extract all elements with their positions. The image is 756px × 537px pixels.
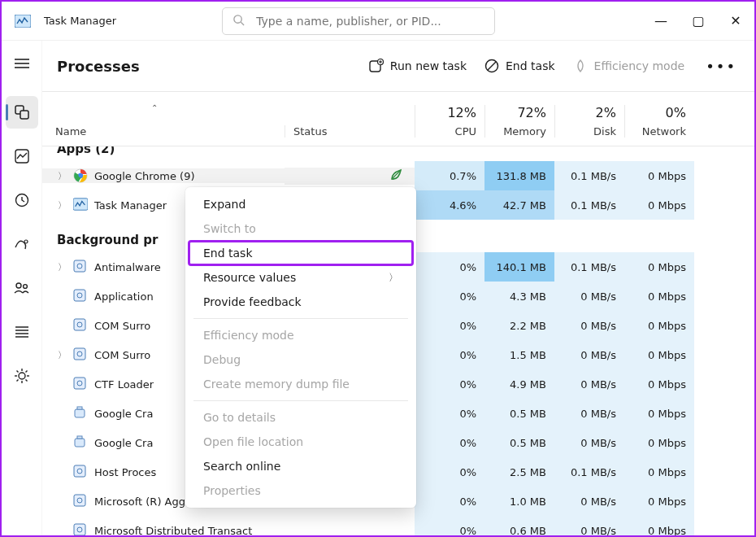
disk-cell: 0 MB/s xyxy=(554,282,624,311)
disk-cell: 0.1 MB/s xyxy=(554,457,624,487)
app-title: Task Manager xyxy=(44,15,116,27)
memory-pct: 72% xyxy=(517,105,546,120)
memory-cell: 131.8 MB xyxy=(484,161,554,190)
ctx-switch-to[interactable]: Switch to xyxy=(189,216,413,241)
process-name: COM Surro xyxy=(94,349,150,361)
expand-icon[interactable]: 〉 xyxy=(57,261,67,273)
ctx-create-dump[interactable]: Create memory dump file xyxy=(189,372,413,396)
run-new-task-button[interactable]: Run new task xyxy=(369,59,467,73)
ctx-end-task[interactable]: End task xyxy=(189,241,413,265)
close-button[interactable]: ✕ xyxy=(717,2,754,41)
generic-process-icon xyxy=(73,260,88,274)
page-header: Processes Run new task End task Efficien… xyxy=(42,41,754,91)
ctx-expand[interactable]: Expand xyxy=(189,192,413,216)
minimize-button[interactable]: — xyxy=(642,2,680,41)
chevron-right-icon: 〉 xyxy=(389,271,398,285)
more-button[interactable]: ••• xyxy=(702,58,740,75)
memory-cell: 2.2 MB xyxy=(484,311,554,340)
cpu-cell: 0% xyxy=(415,428,484,457)
context-menu: Expand Switch to End task Resource value… xyxy=(185,187,416,508)
nav-services[interactable] xyxy=(6,360,38,392)
svg-rect-53 xyxy=(74,524,85,535)
crash-icon xyxy=(73,406,88,421)
disk-cell: 0 MB/s xyxy=(554,428,624,457)
disk-pct: 2% xyxy=(596,105,616,120)
column-memory[interactable]: 72% Memory xyxy=(484,105,554,138)
cpu-cell: 0% xyxy=(415,457,484,487)
process-name: CTF Loader xyxy=(94,378,154,391)
generic-process-icon xyxy=(73,465,88,479)
memory-cell: 0.5 MB xyxy=(484,399,554,428)
table-row[interactable]: 〉 Google Chrome (9) 0.7% 131.8 MB 0.1 MB… xyxy=(42,161,754,190)
ctx-resource-values[interactable]: Resource values 〉 xyxy=(189,265,413,290)
ctx-efficiency-mode[interactable]: Efficiency mode xyxy=(189,323,413,347)
cpu-cell: 0% xyxy=(415,399,484,428)
svg-point-11 xyxy=(16,283,21,288)
network-cell: 0 Mbps xyxy=(624,457,694,487)
nav-app-history[interactable] xyxy=(6,184,38,216)
nav-performance[interactable] xyxy=(6,140,38,172)
memory-cell: 0.5 MB xyxy=(484,428,554,457)
process-name: Google Cra xyxy=(94,437,153,449)
svg-line-31 xyxy=(488,62,496,70)
svg-rect-37 xyxy=(74,290,85,301)
window-controls: — ▢ ✕ xyxy=(642,2,754,41)
column-name[interactable]: ⌃ Name xyxy=(42,103,285,138)
ctx-properties[interactable]: Properties xyxy=(189,478,413,503)
network-cell: 0 Mbps xyxy=(624,487,694,516)
column-cpu[interactable]: 12% CPU xyxy=(415,105,484,138)
memory-cell: 42.7 MB xyxy=(484,190,554,220)
search-input[interactable] xyxy=(256,15,484,28)
nav-details[interactable] xyxy=(6,316,38,348)
disk-cell: 0 MB/s xyxy=(554,487,624,516)
network-cell: 0 Mbps xyxy=(624,252,694,282)
nav-processes[interactable] xyxy=(6,96,38,129)
search-field[interactable] xyxy=(222,7,495,35)
disk-cell: 0.1 MB/s xyxy=(554,252,624,282)
network-cell: 0 Mbps xyxy=(624,311,694,340)
network-cell: 0 Mbps xyxy=(624,161,694,190)
maximize-button[interactable]: ▢ xyxy=(680,2,717,41)
ctx-open-file-location[interactable]: Open file location xyxy=(189,430,413,454)
svg-rect-39 xyxy=(74,319,85,330)
search-icon xyxy=(232,14,256,28)
network-cell: 0 Mbps xyxy=(624,340,694,369)
generic-process-icon xyxy=(73,347,88,362)
svg-rect-41 xyxy=(74,348,85,360)
end-task-button[interactable]: End task xyxy=(484,59,555,73)
nav-users[interactable] xyxy=(6,272,38,304)
disk-cell: 0 MB/s xyxy=(554,399,624,428)
svg-rect-48 xyxy=(77,436,82,439)
end-task-label: End task xyxy=(506,59,555,72)
cpu-cell: 0% xyxy=(415,369,484,399)
memory-cell: 140.1 MB xyxy=(484,252,554,282)
disk-cell: 0 MB/s xyxy=(554,311,624,340)
memory-cell: 2.5 MB xyxy=(484,457,554,487)
network-pct: 0% xyxy=(666,105,686,120)
memory-cell: 4.3 MB xyxy=(484,282,554,311)
cpu-cell: 0% xyxy=(415,487,484,516)
table-row[interactable]: 〉 Microsoft Distributed Transact 0% 0.6 … xyxy=(42,516,754,535)
expand-icon[interactable]: 〉 xyxy=(57,170,67,182)
column-name-label: Name xyxy=(55,125,285,138)
hamburger-icon[interactable] xyxy=(6,47,38,80)
chrome-icon xyxy=(73,168,88,183)
ctx-search-online[interactable]: Search online xyxy=(189,454,413,478)
process-name: Google Chrome (9) xyxy=(94,170,195,182)
nav-startup[interactable] xyxy=(6,228,38,260)
column-disk[interactable]: 2% Disk xyxy=(554,105,624,138)
column-network[interactable]: 0% Network xyxy=(624,105,694,138)
disk-cell: 0 MB/s xyxy=(554,369,624,399)
ctx-go-to-details[interactable]: Go to details xyxy=(189,405,413,430)
svg-point-1 xyxy=(234,15,241,22)
efficiency-mode-button[interactable]: Efficiency mode xyxy=(573,59,685,73)
expand-icon[interactable]: 〉 xyxy=(57,199,67,212)
process-name: Antimalware xyxy=(94,261,161,273)
ctx-debug[interactable]: Debug xyxy=(189,347,413,372)
expand-icon[interactable]: 〉 xyxy=(57,349,67,361)
ctx-provide-feedback[interactable]: Provide feedback xyxy=(189,290,413,314)
svg-point-17 xyxy=(19,373,25,379)
app-icon xyxy=(15,15,31,28)
column-status[interactable]: Status xyxy=(285,125,415,138)
disk-cell: 0 MB/s xyxy=(554,340,624,369)
